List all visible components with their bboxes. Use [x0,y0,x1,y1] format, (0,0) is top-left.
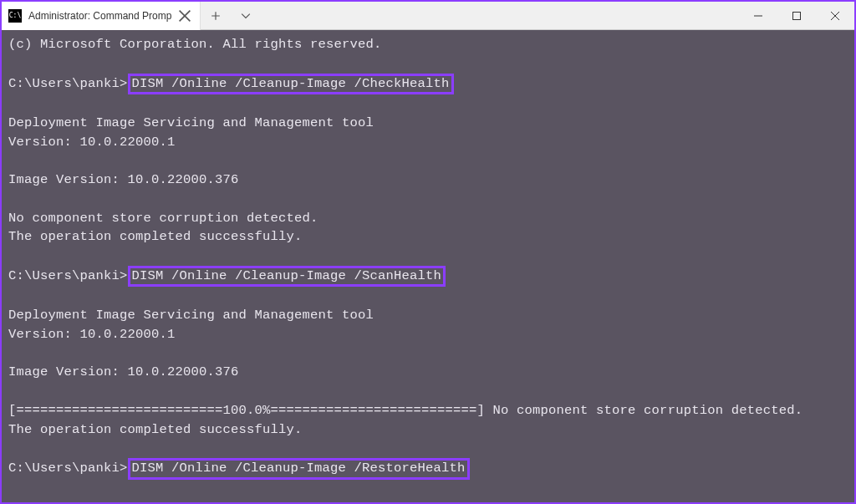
window-titlebar: C:\ Administrator: Command Promp [2,2,854,30]
copyright-line: (c) Microsoft Corporation. All rights re… [8,37,382,52]
progress-full-line: [==========================100.0%=======… [8,403,802,418]
op-success-line: The operation completed successfully. [8,229,303,244]
tab-title: Administrator: Command Promp [28,10,171,22]
tab-dropdown-button[interactable] [231,2,261,30]
close-button[interactable] [816,2,854,30]
cmd-icon: C:\ [8,9,22,23]
version-line: Version: 10.0.22000.1 [8,327,176,342]
image-version-line: Image Version: 10.0.22000.376 [8,172,239,187]
prompt: C:\Users\panki> [8,76,128,91]
minimize-button[interactable] [739,2,777,30]
cmd-restorehealth: DISM /Online /Cleanup-Image /RestoreHeal… [128,458,470,479]
tool-line: Deployment Image Servicing and Managemen… [8,501,374,504]
cmd-scanhealth: DISM /Online /Cleanup-Image /ScanHealth [128,266,446,287]
cmd-checkhealth: DISM /Online /Cleanup-Image /CheckHealth [128,74,454,94]
no-corruption-line: No component store corruption detected. [8,211,318,226]
maximize-button[interactable] [777,2,816,30]
prompt: C:\Users\panki> [8,268,128,283]
tab-actions [201,2,261,29]
terminal-output[interactable]: (c) Microsoft Corporation. All rights re… [2,30,854,504]
prompt: C:\Users\panki> [8,461,128,476]
tool-line: Deployment Image Servicing and Managemen… [8,115,374,130]
tab-cmd[interactable]: C:\ Administrator: Command Promp [2,2,201,30]
tab-close-button[interactable] [178,9,191,23]
op-success-line: The operation completed successfully. [8,422,303,437]
version-line: Version: 10.0.22000.1 [8,135,176,150]
image-version-line: Image Version: 10.0.22000.376 [8,364,239,379]
svg-rect-0 [793,13,801,20]
tool-line: Deployment Image Servicing and Managemen… [8,308,374,323]
new-tab-button[interactable] [201,2,231,30]
window-controls [739,2,854,29]
